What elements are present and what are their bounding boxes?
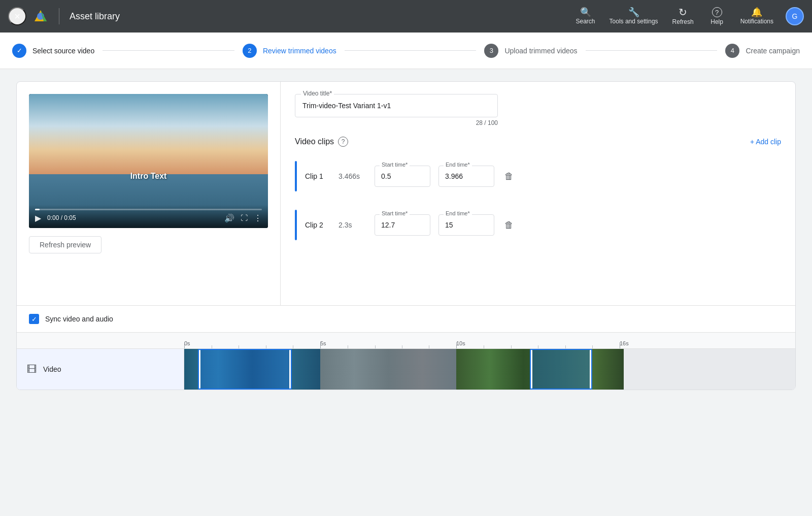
- sync-checkbox[interactable]: ✓: [29, 314, 39, 324]
- ruler-0s: 0s: [184, 340, 190, 346]
- step-1-circle: ✓: [12, 44, 26, 58]
- volume-button[interactable]: 🔊: [224, 213, 234, 223]
- tools-button[interactable]: 🔧 Tools and settings: [603, 4, 664, 29]
- step-4-label: Create campaign: [746, 47, 800, 55]
- minor-tick-12: [565, 345, 566, 348]
- clip-1-highlight: [198, 349, 292, 390]
- more-options-button[interactable]: ⋮: [254, 213, 262, 223]
- minor-tick-5: [348, 345, 348, 348]
- step-2-circle: 2: [243, 44, 257, 58]
- help-label: Help: [710, 18, 723, 25]
- step-4[interactable]: 4 Create campaign: [725, 44, 800, 58]
- clip-1-start-input[interactable]: [375, 166, 430, 187]
- clip-2-right-handle[interactable]: [590, 350, 591, 389]
- ruler-10s: 10s: [456, 340, 465, 346]
- clip-1-indicator: [295, 161, 297, 191]
- step-2[interactable]: 2 Review trimmed videos: [243, 44, 336, 58]
- step-connector-1: [103, 50, 234, 51]
- step-4-circle: 4: [725, 44, 739, 58]
- time-display: 0:00 / 0:05: [47, 214, 218, 221]
- step-3-label: Upload trimmed videos: [504, 47, 577, 55]
- sky-gradient: [29, 94, 268, 174]
- video-title-field: Video title*: [295, 94, 781, 117]
- main-content: Intro Text ▶ 0:00 / 0:05 🔊 ⛶ ⋮: [0, 69, 812, 402]
- notifications-button[interactable]: 🔔 Notifications: [734, 4, 780, 29]
- header-divider: [59, 8, 59, 24]
- video-controls: ▶ 0:00 / 0:05 🔊 ⛶ ⋮: [29, 205, 268, 228]
- close-button[interactable]: ×: [8, 7, 26, 25]
- minor-tick-13: [592, 345, 593, 348]
- clip-2-delete-button[interactable]: 🗑: [502, 218, 516, 233]
- fullscreen-button[interactable]: ⛶: [241, 214, 248, 222]
- clip-2-start-input[interactable]: [375, 214, 430, 236]
- refresh-button[interactable]: ↻ Refresh: [666, 3, 700, 29]
- clip-1-end-field: End time*: [438, 166, 494, 187]
- video-title-label: Video title*: [301, 90, 334, 97]
- minor-tick-2: [239, 345, 239, 348]
- clip-1-start-field: Start time*: [375, 166, 430, 187]
- ruler-tick-16: [620, 342, 620, 348]
- video-container: Intro Text ▶ 0:00 / 0:05 🔊 ⛶ ⋮: [29, 94, 268, 228]
- sync-label: Sync video and audio: [45, 315, 113, 323]
- clip-2-left-handle[interactable]: [531, 350, 532, 389]
- help-button[interactable]: ? Help: [702, 3, 732, 29]
- clip-2-end-field: End time*: [438, 214, 494, 236]
- clips-panel: Video title* 28 / 100 Video clips ? + Ad…: [281, 82, 795, 305]
- minor-tick-3: [266, 345, 266, 348]
- tools-icon: 🔧: [628, 8, 639, 17]
- step-connector-3: [586, 50, 718, 51]
- clip-2-start-label: Start time*: [380, 210, 410, 216]
- clip-1-right-handle[interactable]: [289, 350, 291, 389]
- ruler-tick-10: [456, 342, 457, 348]
- minor-tick-4: [293, 345, 293, 348]
- search-label: Search: [576, 18, 595, 25]
- content-card: Intro Text ▶ 0:00 / 0:05 🔊 ⛶ ⋮: [16, 81, 796, 390]
- minor-tick-9: [484, 345, 484, 348]
- search-button[interactable]: 🔍 Search: [570, 4, 601, 29]
- video-title-input[interactable]: [295, 94, 498, 117]
- video-progress-bar[interactable]: [35, 209, 262, 210]
- clip-1-left-handle[interactable]: [199, 350, 200, 389]
- track-label: 🎞 Video: [17, 349, 184, 390]
- sync-row: ✓ Sync video and audio: [17, 305, 795, 332]
- notifications-icon: 🔔: [751, 8, 762, 17]
- clip-2-end-input[interactable]: [438, 214, 494, 236]
- timeline-ruler: 0s 5s 10s 16s: [17, 333, 795, 349]
- add-clip-button[interactable]: + Add clip: [750, 138, 781, 146]
- app-title: Asset library: [70, 11, 564, 22]
- refresh-icon: ↻: [679, 7, 687, 17]
- video-track-icon: 🎞: [27, 364, 37, 375]
- video-clips-label: Video clips: [295, 137, 334, 146]
- video-overlay-text: Intro Text: [130, 172, 167, 181]
- step-3-circle: 3: [484, 44, 498, 58]
- step-connector-2: [345, 50, 477, 51]
- card-top: Intro Text ▶ 0:00 / 0:05 🔊 ⛶ ⋮: [17, 82, 795, 305]
- play-button[interactable]: ▶: [35, 213, 41, 223]
- minor-tick-10: [511, 345, 512, 348]
- video-track-label: Video: [43, 365, 61, 373]
- refresh-label: Refresh: [672, 18, 694, 25]
- avatar[interactable]: G: [786, 7, 804, 25]
- clip-2-duration: 2.3s: [339, 221, 366, 229]
- clip-1-end-input[interactable]: [438, 166, 494, 187]
- google-ads-logo-icon: [32, 8, 49, 24]
- ruler-16s: 16s: [620, 340, 629, 346]
- tools-label: Tools and settings: [610, 18, 658, 25]
- minor-tick-1: [212, 345, 212, 348]
- clip-2-start-field: Start time*: [375, 214, 430, 236]
- refresh-preview-button[interactable]: Refresh preview: [29, 236, 101, 253]
- track-content[interactable]: [184, 349, 795, 390]
- clip-2-name: Clip 2: [305, 221, 330, 229]
- step-3[interactable]: 3 Upload trimmed videos: [484, 44, 577, 58]
- step-1[interactable]: ✓ Select source video: [12, 44, 94, 58]
- video-controls-row: ▶ 0:00 / 0:05 🔊 ⛶ ⋮: [35, 213, 262, 223]
- video-title-section: Video title* 28 / 100: [295, 94, 781, 126]
- clip-1-end-label: End time*: [444, 162, 472, 168]
- stepper: ✓ Select source video 2 Review trimmed v…: [0, 33, 812, 69]
- logo: [32, 8, 49, 24]
- ruler-tick-5: [320, 342, 321, 348]
- video-clips-help-icon[interactable]: ?: [338, 137, 348, 147]
- clips-header: Video clips ? + Add clip: [295, 137, 781, 147]
- clip-1-delete-button[interactable]: 🗑: [502, 169, 516, 184]
- clip-1-start-label: Start time*: [380, 162, 410, 168]
